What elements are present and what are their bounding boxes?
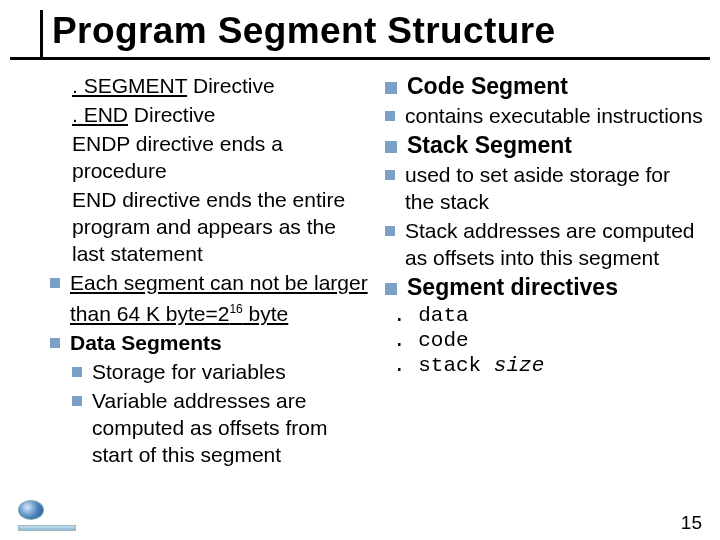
list-item: END directive ends the entire program an…	[72, 186, 369, 267]
list-item: contains executable instructions	[385, 102, 704, 129]
list-item: Segment directives	[385, 273, 704, 301]
code-line: . data	[393, 303, 704, 328]
list-item: . SEGMENT Directive	[72, 72, 369, 99]
list-item: Data Segments	[50, 329, 369, 356]
bullet-icon	[385, 82, 397, 94]
text: Directive	[128, 103, 216, 126]
list-item: Code Segment	[385, 72, 704, 100]
bullet-icon	[72, 396, 82, 406]
list-item: . END Directive	[72, 101, 369, 128]
text: . stack	[393, 354, 494, 377]
title-area: Program Segment Structure	[0, 0, 720, 60]
text-line: END directive ends the entire program an…	[72, 186, 369, 267]
text-line: . SEGMENT Directive	[72, 72, 275, 99]
list-item: Each segment can not be larger than 64 K…	[50, 269, 369, 327]
text: Each segment can not be larger than 64 K…	[70, 271, 368, 325]
bullet-icon	[50, 278, 60, 288]
text: Directive	[187, 74, 275, 97]
vertical-rule	[40, 10, 43, 60]
code-line: . code	[393, 328, 704, 353]
list-item: used to set aside storage for the stack	[385, 161, 704, 215]
bullet-icon	[385, 226, 395, 236]
text-line: Each segment can not be larger than 64 K…	[70, 269, 369, 327]
page-number: 15	[681, 512, 702, 534]
text-line: Storage for variables	[92, 358, 286, 385]
text-line: Stack addresses are computed as offsets …	[405, 217, 704, 271]
text: byte	[243, 302, 289, 325]
superscript: 16	[229, 302, 242, 316]
end-keyword: . END	[72, 103, 128, 126]
data-segments-heading: Data Segments	[70, 329, 222, 356]
horizontal-rule	[10, 57, 710, 60]
bullet-icon	[385, 283, 397, 295]
logo-graphic	[18, 500, 76, 528]
text-line: ENDP directive ends a procedure	[72, 130, 369, 184]
left-column: . SEGMENT Directive . END Directive ENDP…	[42, 72, 377, 530]
bullet-icon	[385, 141, 397, 153]
code-segment-heading: Code Segment	[407, 72, 568, 100]
page-title: Program Segment Structure	[0, 10, 720, 52]
list-item: Stack Segment	[385, 131, 704, 159]
banner-icon	[18, 525, 76, 531]
list-item: ENDP directive ends a procedure	[72, 130, 369, 184]
text-line: used to set aside storage for the stack	[405, 161, 704, 215]
segment-directives-heading: Segment directives	[407, 273, 618, 301]
text-line: . END Directive	[72, 101, 216, 128]
segment-keyword: . SEGMENT	[72, 74, 187, 97]
code-line: . stack size	[393, 353, 704, 378]
text-line: Variable addresses are computed as offse…	[92, 387, 369, 468]
bullet-icon	[50, 338, 60, 348]
list-item: Variable addresses are computed as offse…	[72, 387, 369, 468]
list-item: Stack addresses are computed as offsets …	[385, 217, 704, 271]
bullet-icon	[385, 170, 395, 180]
bullet-icon	[72, 367, 82, 377]
list-item: Storage for variables	[72, 358, 369, 385]
bullet-icon	[385, 111, 395, 121]
stack-segment-heading: Stack Segment	[407, 131, 572, 159]
text-line: contains executable instructions	[405, 102, 703, 129]
right-column: Code Segment contains executable instruc…	[377, 72, 712, 530]
size-param: size	[494, 354, 544, 377]
globe-icon	[18, 500, 44, 520]
slide: Program Segment Structure . SEGMENT Dire…	[0, 0, 720, 540]
content-area: . SEGMENT Directive . END Directive ENDP…	[42, 72, 712, 530]
